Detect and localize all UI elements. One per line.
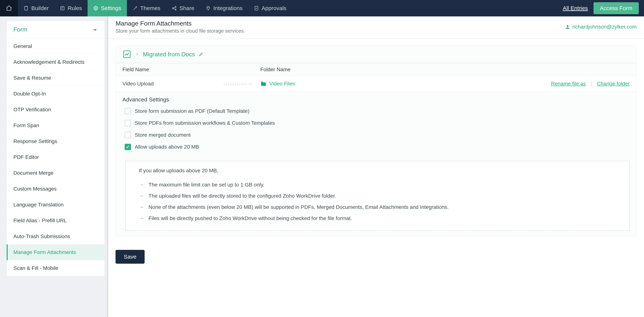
sidebar-group-label: Form bbox=[14, 26, 28, 33]
arrow-icon: → bbox=[139, 182, 144, 188]
clipboard-icon bbox=[24, 6, 29, 11]
sidebar-item-custom-msgs[interactable]: Custom Messages bbox=[7, 181, 104, 197]
svg-rect-1 bbox=[61, 7, 64, 10]
folder-link[interactable]: Video Files bbox=[269, 81, 295, 87]
arrow-icon: → bbox=[139, 204, 144, 210]
sidebar-item-otp[interactable]: OTP Verification bbox=[7, 102, 104, 118]
attachments-card: Migrated from Docs Field Name Folder Nam… bbox=[116, 46, 636, 236]
sidebar-item-scan-fill[interactable]: Scan & Fill - Mobile bbox=[7, 260, 104, 276]
sidebar-item-save-resume[interactable]: Save & Resume bbox=[7, 70, 104, 86]
home-button[interactable] bbox=[0, 0, 18, 17]
col-folder-name: Folder Name bbox=[260, 67, 630, 73]
nav-integrations[interactable]: Integrations bbox=[200, 0, 248, 17]
sidebar-item-ack-redirects[interactable]: Acknowledgement & Redirects bbox=[7, 54, 104, 70]
info-text: Files will be directly pushed to Zoho Wo… bbox=[148, 215, 352, 221]
chevron-down-icon bbox=[92, 27, 98, 32]
row-actions: Rename file as | Change folder bbox=[551, 81, 630, 87]
checkbox-store-pdf[interactable] bbox=[125, 108, 131, 114]
left-gutter bbox=[0, 17, 7, 317]
sidebar-item-doc-merge[interactable]: Document Merge bbox=[7, 165, 104, 181]
home-icon bbox=[6, 5, 12, 12]
wand-icon bbox=[132, 6, 138, 11]
table-row: Video Upload -----------→ Video Files Re… bbox=[116, 76, 636, 92]
svg-rect-0 bbox=[24, 7, 28, 10]
nav-rules[interactable]: Rules bbox=[54, 0, 88, 17]
advanced-settings-list: Store form submission as PDF (Default Te… bbox=[116, 106, 636, 159]
save-button[interactable]: Save bbox=[116, 250, 144, 264]
table-header: Field Name Folder Name bbox=[116, 63, 636, 76]
sidebar-item-response[interactable]: Response Settings bbox=[7, 134, 104, 149]
info-line: →The maximum file limit can be set up to… bbox=[139, 179, 616, 190]
checkbox-store-workflow-pdf[interactable] bbox=[125, 120, 131, 126]
chart-doc-icon bbox=[122, 50, 131, 59]
settings-sidebar: Form General Acknowledgement & Redirects… bbox=[7, 17, 106, 317]
nav-builder[interactable]: Builder bbox=[18, 0, 54, 17]
info-text: The maximum file limit can be set up to … bbox=[148, 182, 264, 188]
nav-themes[interactable]: Themes bbox=[127, 0, 166, 17]
sidebar-item-manage-attachments[interactable]: Manage Form Attachments bbox=[7, 244, 104, 260]
nav-label: Builder bbox=[31, 5, 49, 11]
allow-uploads-info: If you allow uploads above 20 MB, →The m… bbox=[126, 161, 630, 231]
change-folder-link[interactable]: Change folder bbox=[597, 81, 630, 87]
col-field-name: Field Name bbox=[122, 67, 260, 73]
nav-label: Approvals bbox=[262, 5, 286, 11]
arrow-icon: → bbox=[139, 215, 144, 221]
nav-label: Share bbox=[180, 5, 194, 11]
rules-icon bbox=[60, 6, 65, 11]
folder-icon bbox=[260, 81, 267, 87]
page-subtitle: Store your form attachments in cloud fil… bbox=[116, 28, 245, 34]
nav-share[interactable]: Share bbox=[166, 0, 200, 17]
top-nav: Builder Rules Settings Themes Share Inte… bbox=[0, 0, 644, 17]
main-content: Manage Form Attachments Store your form … bbox=[108, 17, 644, 317]
access-form-button[interactable]: Access Form bbox=[594, 2, 639, 14]
all-entries-link[interactable]: All Entries bbox=[557, 0, 594, 17]
nav-label: Rules bbox=[68, 5, 82, 11]
info-line: →None of the attachments (even below 20 … bbox=[139, 202, 616, 213]
adv-label: Store merged document bbox=[135, 132, 191, 138]
nav-label: Integrations bbox=[213, 5, 242, 11]
sidebar-item-auto-trash[interactable]: Auto-Trash Submissions bbox=[7, 229, 104, 244]
rename-file-link[interactable]: Rename file as bbox=[551, 81, 586, 87]
info-text: None of the attachments (even below 20 M… bbox=[148, 204, 449, 210]
plug-icon bbox=[206, 6, 211, 11]
page-header: Manage Form Attachments Store your form … bbox=[108, 17, 644, 39]
checkbox-allow-20mb[interactable] bbox=[125, 144, 131, 150]
nav-approvals[interactable]: Approvals bbox=[248, 0, 292, 17]
info-lead: If you allow uploads above 20 MB, bbox=[139, 168, 616, 174]
arrow-icon: → bbox=[139, 193, 144, 199]
sidebar-item-double-optin[interactable]: Double Opt-In bbox=[7, 86, 104, 102]
sidebar-item-form-span[interactable]: Form Span bbox=[7, 118, 104, 134]
sidebar-item-pdf-editor[interactable]: PDF Editor bbox=[7, 149, 104, 165]
svg-point-2 bbox=[95, 8, 96, 9]
share-icon bbox=[172, 6, 177, 11]
sidebar-item-field-alias[interactable]: Field Alias - Prefill URL bbox=[7, 213, 104, 229]
mapping-arrow: -----------→ bbox=[224, 81, 253, 87]
breadcrumb-title[interactable]: Migrated from Docs bbox=[143, 51, 195, 58]
sidebar-group-form[interactable]: Form bbox=[7, 21, 104, 39]
info-line: →Files will be directly pushed to Zoho W… bbox=[139, 213, 616, 224]
nav-settings[interactable]: Settings bbox=[88, 0, 127, 17]
adv-label: Allow uploads above 20 MB bbox=[135, 144, 199, 150]
checkbox-store-merged[interactable] bbox=[125, 132, 131, 138]
advanced-settings-title: Advanced Settings bbox=[116, 92, 636, 106]
page-title: Manage Form Attachments bbox=[116, 20, 245, 27]
nav-label: Settings bbox=[101, 5, 121, 11]
action-separator: | bbox=[591, 81, 592, 87]
approvals-icon bbox=[254, 6, 259, 11]
user-chip[interactable]: richardjohnson@zylker.com bbox=[565, 24, 636, 30]
user-email: richardjohnson@zylker.com bbox=[572, 24, 636, 30]
sidebar-item-language[interactable]: Language Translation bbox=[7, 197, 104, 213]
field-name-cell: Video Upload bbox=[122, 81, 154, 87]
pencil-icon[interactable] bbox=[199, 52, 204, 57]
nav-label: Themes bbox=[140, 5, 160, 11]
adv-label: Store form submission as PDF (Default Te… bbox=[135, 108, 250, 114]
adv-item-store-merged: Store merged document bbox=[122, 130, 630, 142]
card-breadcrumb: Migrated from Docs bbox=[116, 46, 636, 63]
info-line: →The uploaded files will be directly sto… bbox=[139, 190, 616, 202]
adv-item-store-pdf: Store form submission as PDF (Default Te… bbox=[122, 106, 630, 118]
svg-point-7 bbox=[567, 25, 568, 27]
info-text: The uploaded files will be directly stor… bbox=[148, 193, 336, 199]
adv-label: Store PDFs from submission workflows & C… bbox=[135, 120, 275, 126]
adv-item-allow-20mb: Allow uploads above 20 MB bbox=[122, 142, 630, 154]
sidebar-item-general[interactable]: General bbox=[7, 39, 104, 54]
